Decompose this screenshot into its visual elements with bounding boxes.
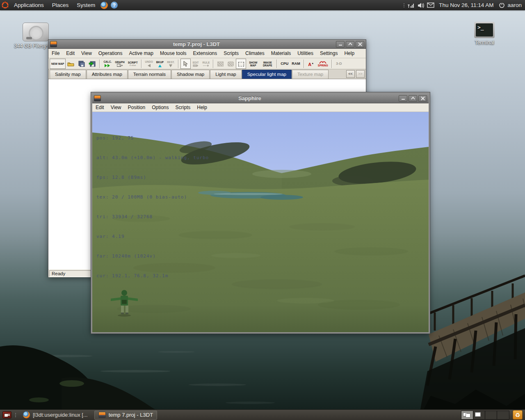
l3dt-menu-edit[interactable]: Edit	[63, 49, 78, 58]
minimize-button[interactable]	[399, 95, 407, 102]
clock[interactable]: Thu Nov 26, 11:14 AM	[436, 2, 497, 8]
user-menu[interactable]: aaron	[507, 2, 525, 8]
l3dt-menu-materials[interactable]: Materials	[268, 49, 294, 58]
toolbar-separator	[331, 59, 332, 68]
workspace-2[interactable]	[473, 411, 485, 419]
show-desktop-button[interactable]	[2, 411, 11, 418]
graph-button[interactable]: GRAPH	[113, 59, 126, 69]
l3dt-menu-extensions[interactable]: Extensions	[190, 49, 221, 58]
tab-light-map[interactable]: Light map	[210, 70, 242, 79]
task-firefox-window[interactable]: [l3dt:userguide:linux [...	[19, 411, 92, 420]
font-size-button[interactable]: A▲	[306, 59, 316, 69]
sapphire-menu-edit[interactable]: Edit	[92, 103, 107, 112]
l3dt-menu-settings[interactable]: Settings	[317, 49, 341, 58]
close-button[interactable]	[356, 41, 364, 48]
calc-button[interactable]: CALC.	[102, 59, 113, 69]
firefox-launcher-icon[interactable]	[99, 0, 109, 10]
tab-attributes-map[interactable]: Attributes map	[87, 70, 128, 79]
sapphire-3d-viewport[interactable]: pos: 192, 75 alt: 43.0m (+10.0m) - walki…	[92, 112, 429, 332]
dither-tool-button[interactable]	[215, 59, 226, 69]
undo-button[interactable]: UNDO	[144, 59, 155, 69]
save-all-button[interactable]	[76, 59, 87, 69]
tab-texture-map[interactable]: Texture map	[292, 70, 329, 79]
workspace-3[interactable]	[485, 411, 497, 419]
3d-button[interactable]: 3-D	[334, 59, 344, 69]
select-region-button[interactable]	[236, 59, 246, 69]
power-icon[interactable]	[497, 0, 507, 10]
volume-icon[interactable]	[416, 0, 426, 10]
tab-salinity-map[interactable]: Salinity map	[50, 70, 86, 79]
pointer-tool-button[interactable]	[180, 59, 191, 69]
toolbar-separator	[99, 59, 100, 68]
menu-places[interactable]: Places	[48, 0, 73, 10]
desktop-screen: 344 GB Filesystem >_ Terminal temp 7.pro…	[0, 0, 525, 420]
trash-icon[interactable]: ♻	[513, 410, 523, 420]
tab-shadow-map[interactable]: Shadow map	[171, 70, 210, 79]
image-drape-button[interactable]: IMAGE DRAPE	[260, 59, 275, 69]
menu-applications[interactable]: Applications	[10, 0, 48, 10]
desktop-icon-terminal[interactable]: >_ Terminal	[456, 22, 513, 46]
tab-terrain-normals[interactable]: Terrain normals	[128, 70, 171, 79]
maximize-button[interactable]	[346, 41, 354, 48]
edit-tool-button[interactable]: EDIT	[191, 59, 201, 69]
sapphire-menu-position[interactable]: Position	[124, 103, 148, 112]
show-map-button[interactable]: SHOW MAP	[246, 59, 260, 69]
l3dt-menu-scripts[interactable]: Scripts	[220, 49, 242, 58]
ram-button[interactable]: RAM	[290, 59, 302, 69]
dither-zoom-icon	[228, 62, 234, 66]
l3dt-menu-view[interactable]: View	[78, 49, 95, 58]
hud-tri: tri: 33934 / 32768	[96, 214, 209, 220]
ubuntu-logo-icon[interactable]	[0, 0, 10, 10]
sapphire-menu-help[interactable]: Help	[194, 103, 210, 112]
hud-pos: pos: 192, 75	[96, 135, 209, 142]
task-l3dt-window[interactable]: temp 7.proj - L3DT	[94, 411, 157, 420]
hud-alt: alt: 43.0m (+10.0m) - walking, turbo	[96, 155, 209, 161]
menu-system[interactable]: System	[73, 0, 99, 10]
terminal-icon: >_	[474, 22, 495, 38]
l3dt-menu-help[interactable]: Help	[341, 49, 358, 58]
l3dt-menu-climates[interactable]: Climates	[242, 49, 268, 58]
maximize-button[interactable]	[409, 95, 417, 102]
tab-scroll-right-button[interactable]: >>	[356, 70, 365, 78]
task-label: temp 7.proj - L3DT	[109, 412, 153, 418]
backup-button[interactable]: BKUP	[155, 59, 165, 69]
help-launcher-icon[interactable]: ?	[109, 0, 119, 10]
panel-drag-handle[interactable]	[402, 3, 406, 7]
dither-zoom-tool-button[interactable]	[226, 59, 236, 69]
open-button[interactable]	[66, 59, 76, 69]
sapphire-titlebar[interactable]: Sapphire	[92, 94, 429, 103]
sapphire-menu-view[interactable]: View	[107, 103, 125, 112]
tab-specular-light-map[interactable]: Specular light map	[242, 70, 292, 79]
l3dt-menu-mouse-tools[interactable]: Mouse tools	[157, 49, 190, 58]
l3dt-menu-active-map[interactable]: Active map	[126, 49, 157, 58]
minimize-button[interactable]	[336, 41, 345, 48]
sapphire-menu-scripts[interactable]: Scripts	[172, 103, 194, 112]
rule-tool-button[interactable]: RULE	[201, 59, 212, 69]
l3dt-menu-file[interactable]: File	[48, 49, 63, 58]
l3dt-titlebar[interactable]: temp 7.proj - L3DT	[48, 40, 366, 49]
rule-icon	[203, 64, 209, 67]
l3dt-menubar: File Edit View Operations Active map Mou…	[48, 49, 366, 58]
sapphire-menu-options[interactable]: Options	[148, 103, 172, 112]
taskbar-drag-handle[interactable]	[14, 413, 18, 417]
toolbar-separator	[178, 59, 179, 68]
network-signal-icon[interactable]	[406, 0, 416, 10]
save-import-button[interactable]	[87, 59, 98, 69]
restore-button[interactable]: REST.	[165, 59, 176, 69]
l3dt-menu-utilities[interactable]: Utilities	[294, 49, 317, 58]
top-panel: Applications Places System ? Thu Nov 26,…	[0, 0, 525, 10]
dither-icon	[217, 62, 224, 66]
sapphire-menubar: Edit View Position Options Scripts Help	[92, 103, 429, 112]
close-button[interactable]	[418, 95, 427, 102]
workspace-4[interactable]	[497, 411, 509, 419]
script-button[interactable]: SCRIPTif else	[126, 59, 139, 69]
mail-icon[interactable]	[426, 0, 436, 10]
tab-scroll-left-button[interactable]: <<	[346, 70, 355, 78]
spring-button[interactable]: SPRING	[316, 59, 330, 69]
hud-var: var: 4.19	[96, 233, 209, 240]
new-map-button[interactable]: NEW MAP	[50, 59, 66, 69]
cpu-button[interactable]: CPU	[279, 59, 290, 69]
task-label: [l3dt:userguide:linux [...	[33, 412, 88, 418]
l3dt-menu-operations[interactable]: Operations	[95, 49, 126, 58]
workspace-1[interactable]	[461, 411, 473, 419]
